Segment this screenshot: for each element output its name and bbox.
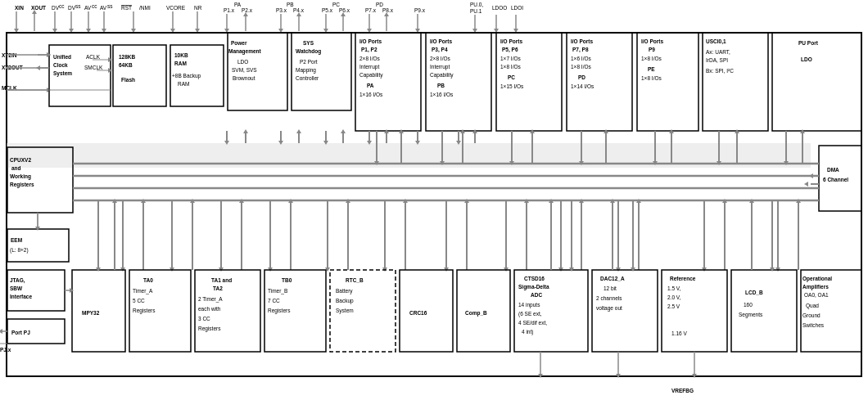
svg-text:2×8 I/Os: 2×8 I/Os — [359, 56, 380, 61]
svg-text:PB: PB — [437, 83, 445, 88]
dvcc-sub: cc — [59, 3, 65, 9]
svg-text:2 channels: 2 channels — [596, 295, 622, 301]
svg-text:Management: Management — [228, 48, 262, 55]
svg-text:128KB: 128KB — [119, 54, 136, 60]
svg-text:P7.x: P7.x — [365, 7, 377, 13]
svg-rect-60 — [7, 33, 861, 376]
svg-text:Clock: Clock — [53, 62, 68, 68]
svg-text:Brownout: Brownout — [233, 75, 255, 81]
svg-text:1×8 I/Os: 1×8 I/Os — [500, 64, 521, 70]
svg-text:P9: P9 — [649, 47, 655, 52]
svg-text:I/O Ports: I/O Ports — [359, 38, 382, 44]
svg-text:PD: PD — [578, 74, 585, 80]
svg-text:14 inputs: 14 inputs — [518, 302, 540, 308]
svg-text:P8.x: P8.x — [382, 7, 394, 13]
svg-text:Registers: Registers — [133, 308, 156, 314]
svg-text:(6 SE ext,: (6 SE ext, — [518, 311, 542, 317]
svg-text:Ground: Ground — [802, 312, 821, 318]
svg-text:TA2: TA2 — [213, 285, 223, 291]
svg-text:Reference: Reference — [670, 276, 696, 281]
svg-text:1×16 I/Os: 1×16 I/Os — [430, 92, 454, 97]
svg-rect-319 — [662, 270, 727, 352]
svg-text:1.5 V,: 1.5 V, — [667, 285, 681, 291]
svg-text:Registers: Registers — [198, 326, 221, 332]
svg-text:P3, P4: P3, P4 — [432, 47, 448, 53]
svg-text:USCI0,1: USCI0,1 — [706, 38, 726, 45]
svg-text:TB0: TB0 — [282, 277, 292, 283]
svg-text:Watchdog: Watchdog — [296, 48, 321, 55]
svg-text:3 CC: 3 CC — [198, 316, 210, 321]
svg-marker-268 — [0, 329, 2, 334]
svg-text:Timer_A: Timer_A — [133, 288, 153, 294]
svg-text:PC: PC — [508, 74, 515, 80]
svg-text:P2 Port: P2 Port — [300, 59, 318, 65]
svg-text:PC: PC — [332, 2, 340, 7]
avss-sub: ss — [107, 3, 113, 9]
svg-text:JTAG,: JTAG, — [10, 277, 25, 284]
svg-text:Quad: Quad — [806, 303, 819, 309]
svg-text:Port PJ: Port PJ — [11, 330, 30, 335]
svg-text:Working: Working — [10, 173, 31, 180]
svg-text:I/O Ports: I/O Ports — [500, 38, 522, 44]
avcc-label: AV — [84, 5, 92, 11]
svg-text:Comp_B: Comp_B — [465, 310, 487, 317]
svg-text:1×14 I/Os: 1×14 I/Os — [571, 83, 594, 89]
svg-text:TA1 and: TA1 and — [211, 277, 232, 283]
svg-marker-156 — [341, 129, 346, 133]
svg-text:P4.x: P4.x — [293, 7, 305, 13]
svg-marker-344 — [809, 173, 813, 178]
svg-text:I/O Ports: I/O Ports — [641, 38, 663, 44]
svg-text:4 SE/dif ext,: 4 SE/dif ext, — [518, 320, 547, 326]
svg-text:1.16 V: 1.16 V — [671, 330, 687, 336]
svg-text:PB: PB — [287, 2, 294, 7]
svg-text:Amplifiers: Amplifiers — [802, 284, 829, 290]
svg-text:Timer_B: Timer_B — [268, 288, 287, 294]
svg-text:LDO: LDO — [801, 56, 812, 62]
svg-text:1×16 I/Os: 1×16 I/Os — [359, 92, 383, 97]
svg-text:LDOI: LDOI — [511, 5, 523, 11]
svg-text:Registers: Registers — [268, 308, 291, 314]
svg-text:ADC: ADC — [531, 292, 542, 298]
svg-text:/NMI: /NMI — [139, 5, 151, 11]
svg-text:PU Port: PU Port — [798, 40, 819, 46]
avss-label: AV — [100, 5, 107, 11]
svg-text:Registers: Registers — [10, 182, 34, 188]
svg-text:PU.1: PU.1 — [470, 8, 482, 14]
svg-text:RTC_B: RTC_B — [346, 277, 364, 283]
svg-text:Interrupt: Interrupt — [359, 64, 379, 70]
svg-text:Ax: UART,: Ax: UART, — [706, 49, 730, 55]
svg-text:PJ.x: PJ.x — [0, 347, 11, 353]
svg-text:DMA: DMA — [827, 167, 839, 173]
svg-text:Flash: Flash — [121, 77, 135, 83]
svg-text:OA0, OA1: OA0, OA1 — [804, 292, 829, 298]
svg-text:64KB: 64KB — [119, 62, 133, 68]
svg-text:Segments: Segments — [739, 312, 763, 318]
svg-text:160: 160 — [744, 302, 753, 308]
svg-text:+8B Backup: +8B Backup — [172, 73, 201, 79]
svg-text:PA: PA — [367, 83, 374, 88]
svg-text:P9.x: P9.x — [414, 7, 426, 13]
svg-text:4 int): 4 int) — [522, 329, 533, 335]
svg-text:P6.x: P6.x — [339, 7, 350, 13]
svg-text:CRC16: CRC16 — [409, 310, 427, 316]
svg-text:Power: Power — [231, 40, 247, 46]
svg-text:LCD_B: LCD_B — [745, 290, 763, 295]
svg-text:SMCLK: SMCLK — [84, 65, 103, 70]
svg-text:P5.x: P5.x — [322, 7, 333, 13]
svg-text:IrDA, SPI: IrDA, SPI — [706, 57, 728, 63]
svg-text:MPY32: MPY32 — [82, 310, 100, 316]
unified-clock-label: Unified — [53, 54, 71, 60]
dvss-sub: ss — [75, 3, 81, 9]
svg-text:System: System — [53, 70, 72, 77]
svg-text:2.0 V,: 2.0 V, — [667, 294, 681, 300]
svg-text:Mapping: Mapping — [296, 67, 316, 74]
svg-text:2 Timer_A: 2 Timer_A — [198, 296, 223, 303]
svg-rect-136 — [703, 33, 768, 131]
svg-text:1×8 I/Os: 1×8 I/Os — [641, 75, 662, 81]
svg-text:DAC12_A: DAC12_A — [600, 276, 625, 281]
svg-text:1×15 I/Os: 1×15 I/Os — [500, 83, 524, 89]
svg-rect-336 — [801, 270, 861, 352]
svg-text:P1.x: P1.x — [224, 7, 235, 13]
nr-label: NR — [194, 5, 202, 11]
svg-text:PU.0,: PU.0, — [470, 2, 483, 7]
